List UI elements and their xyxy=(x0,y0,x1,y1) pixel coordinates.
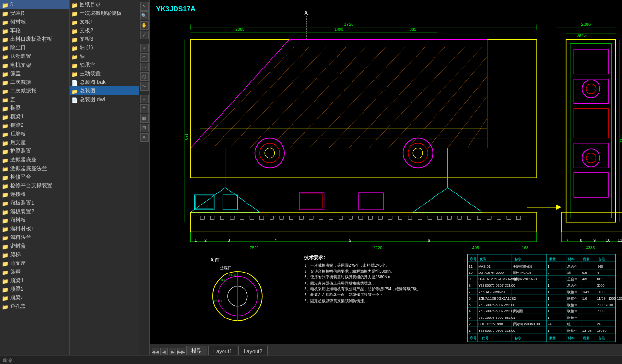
canvas-area[interactable]: YK3JDS17A 3720 2085 1490 385 2086 xyxy=(150,0,622,355)
sidebar-left-item-29[interactable]: 📁爬梯 xyxy=(0,250,69,259)
sidebar-right-item-7[interactable]: 📁轴承室 xyxy=(70,60,139,69)
svg-text:6: 6 xyxy=(469,296,471,301)
sidebar-left-item-20[interactable]: 📁检修平台 xyxy=(0,172,69,181)
toolbar-btn-6[interactable]: ▭ xyxy=(140,63,149,71)
sidebar-left-item-2[interactable]: 📁侧村板 xyxy=(0,17,69,26)
sidebar-left-item-30[interactable]: 📁前支座 xyxy=(0,259,69,267)
folder-icon: 📁 xyxy=(71,10,78,16)
sidebar-left-item-19[interactable]: 📁激振器底座法兰 xyxy=(0,164,69,172)
svg-text:A: A xyxy=(304,10,308,16)
sidebar-left-item-7[interactable]: 📁电机支架 xyxy=(0,60,69,69)
sidebar-left-item-18[interactable]: 📁激振器底座 xyxy=(0,155,69,164)
sidebar-left-item-3[interactable]: 📁车轮 xyxy=(0,26,69,34)
sidebar-left-item-16[interactable]: 📁后支座 xyxy=(0,138,69,147)
sidebar-right-item-0[interactable]: 📁图纸目录 xyxy=(70,0,139,9)
sidebar-item-label: 除尘口 xyxy=(10,44,26,51)
sidebar-item-label: 5 xyxy=(10,0,13,8)
status-coords: 命令: xyxy=(3,357,14,364)
sidebar-left-item-12[interactable]: 📁横梁 xyxy=(0,103,69,112)
svg-line-30 xyxy=(447,96,487,148)
toolbar-btn-0[interactable]: ↖ xyxy=(140,2,149,11)
sidebar-left-item-25[interactable]: 📁溜料板 xyxy=(0,216,69,224)
sidebar-right-item-4[interactable]: 📁支板3 xyxy=(70,34,139,43)
svg-text:YZ3S0075-5907-553.01: YZ3S0075-5907-553.01 xyxy=(478,309,515,313)
svg-text:4: 4 xyxy=(597,271,599,275)
toolbar-btn-4[interactable]: ○ xyxy=(140,44,149,52)
sidebar-left-item-15[interactable]: 📁后墙板 xyxy=(0,129,69,138)
sidebar-left-item-31[interactable]: 📁筛帮 xyxy=(0,267,69,276)
sidebar-left-item-34[interactable]: 📁顺梁3 xyxy=(0,293,69,302)
sidebar-left-item-24[interactable]: 📁溜板装置2 xyxy=(0,207,69,216)
svg-text:3385: 3385 xyxy=(586,246,595,250)
svg-text:1500 1300: 1500 1300 xyxy=(608,296,622,301)
sidebar-left-item-22[interactable]: 📁连接板 xyxy=(0,190,69,198)
sidebar-right-item-5[interactable]: 📁轴 (1) xyxy=(70,43,139,52)
folder-icon: 📁 xyxy=(2,182,9,188)
folder-icon: 📁 xyxy=(2,208,9,214)
tab-next-btn[interactable]: ▶ xyxy=(169,348,176,355)
sidebar-right-item-10[interactable]: 📁总装图 xyxy=(70,86,139,95)
svg-point-108 xyxy=(586,153,596,163)
folder-icon: 📁 xyxy=(2,105,9,111)
sidebar-left-item-8[interactable]: 📁筛盖 xyxy=(0,69,69,78)
sidebar-left-item-0[interactable]: 📁5 xyxy=(0,0,69,9)
toolbar-btn-2[interactable]: ✋ xyxy=(140,21,149,30)
svg-marker-16 xyxy=(190,39,487,148)
sidebar-left-item-27[interactable]: 📁溜料法兰 xyxy=(0,233,69,241)
sidebar-left-item-10[interactable]: 📁二次减振托 xyxy=(0,86,69,95)
sidebar-right-item-11[interactable]: 📄总装图.dwl xyxy=(70,95,139,103)
svg-line-36 xyxy=(225,188,260,213)
toolbar-btn-12[interactable]: ⊞ xyxy=(140,124,149,132)
sidebar-item-label: 激振器底座 xyxy=(10,156,36,163)
sidebar-left-item-14[interactable]: 📁横梁2 xyxy=(0,121,69,129)
sidebar-left-item-9[interactable]: 📁二次减振 xyxy=(0,78,69,86)
sidebar-item-label: 横梁 xyxy=(10,104,21,112)
sidebar-left-item-35[interactable]: 📁通孔盖 xyxy=(0,302,69,310)
svg-point-107 xyxy=(582,149,600,167)
toolbar-btn-1[interactable]: 🔍 xyxy=(140,11,149,20)
svg-text:1: 1 xyxy=(547,309,549,313)
sidebar-left-item-32[interactable]: 📁顺梁1 xyxy=(0,276,69,284)
svg-rect-88 xyxy=(301,194,322,208)
sidebar-item-label: 护梁装置 xyxy=(10,147,31,155)
sidebar-left-item-23[interactable]: 📁溜板装置1 xyxy=(0,198,69,207)
toolbar-btn-13[interactable]: A xyxy=(140,133,149,142)
svg-text:2000: 2000 xyxy=(619,133,622,142)
toolbar-btn-10[interactable]: T xyxy=(140,104,149,113)
sidebar-left-item-26[interactable]: 📁溜料村板1 xyxy=(0,224,69,233)
folder-icon: 📁 xyxy=(71,1,78,7)
toolbar-btn-9[interactable]: ↔ xyxy=(140,95,149,103)
toolbar-btn-7[interactable]: ⬡ xyxy=(140,72,149,81)
sidebar-left-item-11[interactable]: 📁盖 xyxy=(0,95,69,103)
sidebar-left-item-28[interactable]: 📁密封盖 xyxy=(0,241,69,250)
svg-text:385: 385 xyxy=(410,27,416,32)
sidebar-left-item-1[interactable]: 📁安装图 xyxy=(0,9,69,17)
svg-text:495: 495 xyxy=(472,246,479,250)
sidebar-right-item-1[interactable]: 📁一次减振顺梁侧板 xyxy=(70,9,139,17)
toolbar-btn-8[interactable]: 〜 xyxy=(140,82,149,91)
tab-first-btn[interactable]: ◀◀ xyxy=(152,348,159,355)
sidebar-left-item-6[interactable]: 📁从动装置 xyxy=(0,52,69,60)
sidebar-right-item-8[interactable]: 📁主动装置 xyxy=(70,69,139,78)
sidebar-left-item-21[interactable]: 📁检修平台支撑装置 xyxy=(0,181,69,190)
tab-layout2[interactable]: Layout2 xyxy=(238,346,268,355)
tab-last-btn[interactable]: ▶▶ xyxy=(177,348,185,355)
sidebar-left-item-5[interactable]: 📁除尘口 xyxy=(0,43,69,52)
sidebar-right-item-9[interactable]: 📄总装图.bak xyxy=(70,78,139,86)
sidebar-right-item-2[interactable]: 📁支板1 xyxy=(70,17,139,26)
sidebar-left-item-4[interactable]: 📁出料口废板及村板 xyxy=(0,34,69,43)
svg-text:总合件: 总合件 xyxy=(567,264,577,269)
sidebar-left-item-33[interactable]: 📁顺梁2 xyxy=(0,284,69,293)
svg-text:2086: 2086 xyxy=(581,22,591,27)
tab-prev-btn[interactable]: ◀ xyxy=(160,348,168,355)
sidebar-right-item-6[interactable]: 📁轴 xyxy=(70,52,139,60)
tab-model[interactable]: 模型 xyxy=(186,346,207,355)
toolbar-btn-5[interactable]: ◠ xyxy=(140,53,149,62)
toolbar-btn-11[interactable]: ▦ xyxy=(140,114,149,123)
toolbar-btn-3[interactable]: ╱ xyxy=(140,31,149,39)
sidebar-left-item-17[interactable]: 📁护梁装置 xyxy=(0,147,69,155)
tab-layout1[interactable]: Layout1 xyxy=(208,346,237,355)
sidebar-left-item-13[interactable]: 📁横梁1 xyxy=(0,112,69,121)
svg-text:联接件: 联接件 xyxy=(567,296,577,301)
sidebar-right-item-3[interactable]: 📁支板2 xyxy=(70,26,139,34)
